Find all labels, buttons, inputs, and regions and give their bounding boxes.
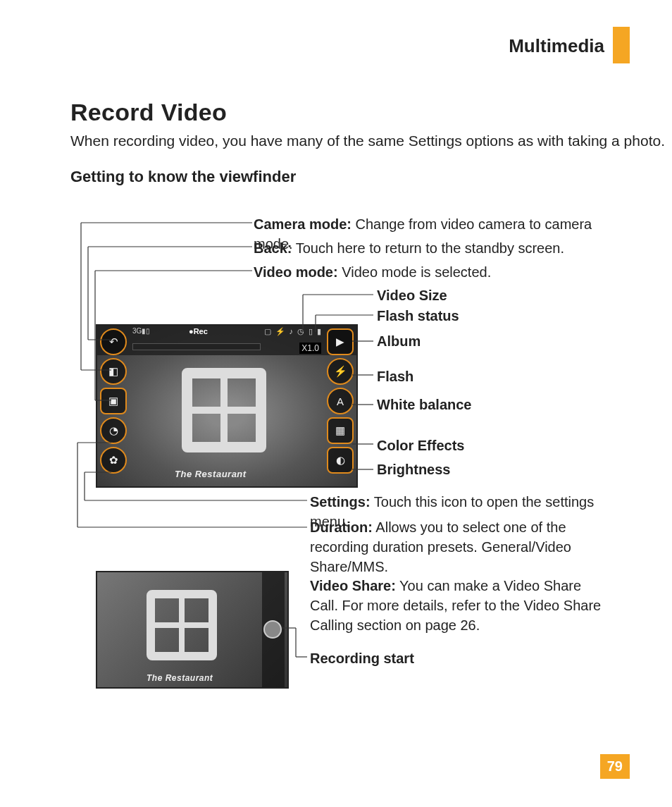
page-title: Record Video [70,99,227,126]
viewfinder-secondary: The Restaurant [96,571,289,689]
callout-video-size: Video Size [377,285,447,305]
callout-white-balance: White balance [377,395,471,414]
callout-brightness: Brightness [377,460,450,479]
callout-album: Album [377,331,421,351]
sample-caption: The Restaurant [175,469,247,479]
callout-flash: Flash [377,366,413,386]
flash-status-icon: ⚡ [275,327,285,338]
duration-icon[interactable]: ◔ [100,417,127,444]
album-icon[interactable]: ▶ [327,328,354,355]
callout-text: Video mode is selected. [338,264,492,280]
record-button-icon[interactable] [263,620,282,639]
section-header: Multimedia [509,28,630,63]
status-icons: ▢ ⚡ ♪ ◷ ▯ ▮ [217,327,321,338]
flash-icon[interactable]: ⚡ [327,358,354,385]
white-balance-icon[interactable]: A [327,388,354,414]
callout-label: Duration: [310,519,373,535]
sample-subject [147,590,217,660]
signal-icon: 3G▮▯ [132,327,150,335]
phone-icon: ▯ [309,327,313,338]
callout-back: Back: Touch here to return to the standb… [254,238,620,258]
rec-indicator: ●Rec [189,327,208,335]
clock-icon: ◷ [297,327,304,338]
page-number: 79 [600,754,630,779]
back-icon[interactable]: ↶ [100,328,127,355]
callout-label: Video mode: [254,264,338,280]
brightness-icon[interactable]: ◐ [327,447,354,474]
settings-icon[interactable]: ✿ [100,447,127,474]
viewfinder-main: 3G▮▯ ●Rec ▢ ⚡ ♪ ◷ ▯ ▮ X1.0 The Restauran… [96,324,358,488]
color-effects-icon[interactable]: ▦ [327,417,354,444]
header-accent-bar [613,27,630,63]
callout-label: Video Share: [310,578,396,593]
sample-caption: The Restaurant [147,673,213,683]
callout-video-mode: Video mode: Video mode is selected. [254,262,620,282]
camera-mode-icon[interactable]: ◧ [100,358,127,385]
callout-label: Back: [254,240,292,256]
right-controls: ▶ ⚡ A ▦ ◐ [327,326,354,486]
video-size-icon: ▢ [264,327,271,338]
callout-duration: Duration: Allows you to select one of th… [310,517,613,577]
intro-text: When recording video, you have many of t… [70,133,665,149]
battery-icon: ▮ [317,327,321,338]
sample-subject [182,368,266,452]
callout-label: Camera mode: [254,216,351,232]
callout-text: Touch here to return to the standby scre… [292,240,564,256]
callout-label: Settings: [310,494,371,510]
video-mode-icon[interactable]: ▣ [100,388,127,414]
subheading: Getting to know the viewfinder [70,168,296,186]
callout-color-effects: Color Effects [377,436,464,455]
callout-flash-status: Flash status [377,306,459,326]
section-title: Multimedia [509,35,604,57]
left-controls: ↶ ◧ ▣ ◔ ✿ [100,326,127,486]
progress-bar [132,343,261,350]
tone-icon: ♪ [290,327,294,338]
callout-video-share: Video Share: You can make a Video Share … [310,576,613,635]
zoom-level: X1.0 [299,343,321,354]
callout-recording-start: Recording start [310,648,414,668]
